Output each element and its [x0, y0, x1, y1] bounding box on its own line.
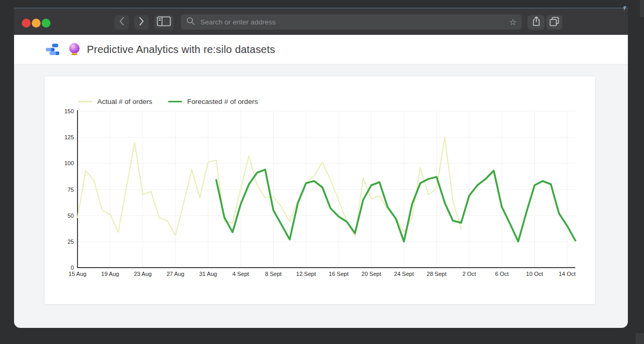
address-bar: ☆ [181, 15, 522, 30]
sidebar-toggle-button[interactable] [154, 15, 174, 30]
page-content: Actual # of orders Forecasted # of order… [14, 64, 628, 328]
svg-text:100: 100 [65, 160, 74, 166]
search-input[interactable] [199, 18, 509, 27]
svg-text:28 Sept: 28 Sept [427, 271, 446, 277]
close-window-button[interactable] [22, 19, 31, 28]
svg-text:23 Aug: 23 Aug [134, 271, 151, 277]
orders-line-chart: 025507510012515015 Aug19 Aug23 Aug27 Aug… [45, 76, 595, 304]
background-window-corner [640, 0, 644, 17]
svg-text:31 Aug: 31 Aug [199, 271, 217, 277]
legend-label-actual: Actual # of orders [97, 98, 152, 105]
svg-text:25: 25 [68, 239, 74, 245]
share-icon [532, 16, 541, 29]
legend-item-forecast: Forecasted # of orders [168, 98, 258, 105]
svg-text:12 Sept: 12 Sept [296, 271, 316, 277]
svg-text:0: 0 [71, 264, 74, 271]
svg-text:27 Aug: 27 Aug [166, 271, 184, 277]
svg-text:2 Oct: 2 Oct [462, 271, 476, 277]
resilo-logo-icon [46, 43, 59, 56]
svg-text:8 Sept: 8 Sept [265, 271, 282, 277]
svg-text:6 Oct: 6 Oct [495, 271, 509, 277]
search-icon [186, 17, 195, 28]
tabs-icon [549, 16, 560, 29]
minimize-window-button[interactable] [32, 19, 41, 28]
svg-text:16 Sept: 16 Sept [329, 271, 349, 277]
svg-text:125: 125 [65, 134, 74, 140]
page-title: Predictive Analytics with re:silo datase… [87, 44, 275, 56]
svg-text:50: 50 [68, 213, 74, 219]
svg-text:75: 75 [68, 187, 74, 193]
tab-overview-button[interactable] [546, 15, 562, 30]
svg-text:19 Aug: 19 Aug [101, 271, 119, 277]
chevron-left-icon [118, 16, 125, 29]
mouse-cursor [623, 6, 627, 10]
bookmark-star-button[interactable]: ☆ [509, 18, 517, 27]
svg-text:4 Sept: 4 Sept [233, 271, 249, 277]
legend-item-actual: Actual # of orders [78, 98, 152, 105]
legend-swatch-actual [78, 101, 92, 102]
legend-label-forecast: Forecasted # of orders [187, 98, 258, 105]
svg-text:14 Oct: 14 Oct [559, 271, 575, 277]
page-header: Predictive Analytics with re:silo datase… [14, 35, 628, 64]
background-window-corner [636, 333, 644, 344]
web-page: Predictive Analytics with re:silo datase… [14, 35, 628, 328]
back-button[interactable] [114, 15, 129, 30]
svg-text:10 Oct: 10 Oct [526, 271, 543, 277]
svg-text:150: 150 [65, 108, 74, 114]
share-button[interactable] [527, 15, 545, 30]
forward-button[interactable] [134, 15, 149, 30]
sidebar-toggle-icon [157, 16, 171, 29]
chevron-right-icon [138, 16, 145, 29]
svg-text:15 Aug: 15 Aug [69, 271, 86, 277]
svg-text:20 Sept: 20 Sept [362, 271, 381, 277]
zoom-window-button[interactable] [42, 19, 50, 28]
svg-text:24 Sept: 24 Sept [394, 271, 414, 277]
chart-card: Actual # of orders Forecasted # of order… [44, 76, 596, 305]
browser-window: ☆ [14, 8, 628, 328]
chart-legend: Actual # of orders Forecasted # of order… [78, 98, 258, 105]
browser-toolbar: ☆ [14, 8, 628, 35]
crystal-ball-icon [69, 43, 80, 56]
legend-swatch-forecast [168, 101, 182, 102]
